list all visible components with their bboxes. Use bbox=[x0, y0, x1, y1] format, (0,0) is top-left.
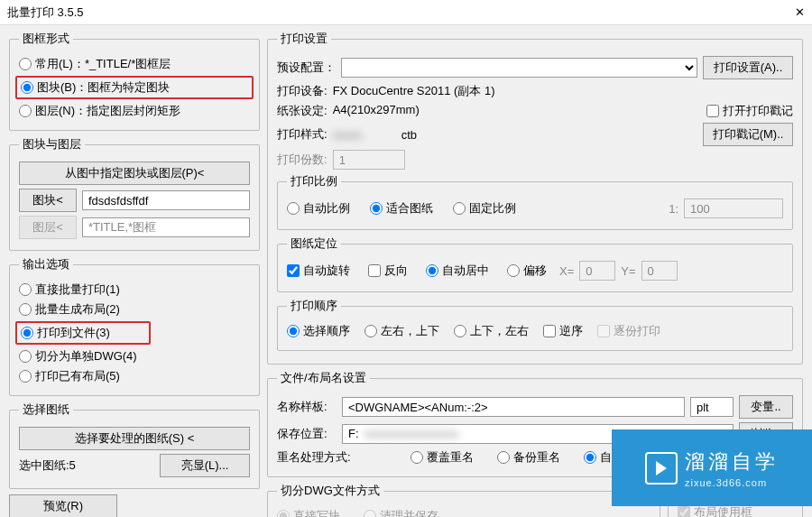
watermark-text: 溜溜自学 bbox=[685, 448, 779, 475]
orient-offset[interactable]: 偏移 bbox=[507, 263, 547, 279]
copies-label: 打印份数: bbox=[277, 152, 328, 168]
orientation-group: 图纸定位 自动旋转 反向 自动居中 偏移 X= Y= bbox=[277, 235, 793, 292]
copies-input bbox=[333, 150, 405, 170]
preset-label: 预设配置： bbox=[277, 60, 336, 76]
rename-backup[interactable]: 备份重名 bbox=[497, 449, 560, 466]
order-percopy: 逐份打印 bbox=[597, 323, 660, 339]
orient-center[interactable]: 自动居中 bbox=[426, 263, 489, 279]
tpl-label: 名称样板: bbox=[277, 399, 337, 415]
highlight-button[interactable]: 亮显(L)... bbox=[160, 454, 250, 477]
tpl-input[interactable] bbox=[342, 397, 685, 417]
variable-button[interactable]: 变量.. bbox=[739, 395, 793, 419]
offset-y-input bbox=[641, 261, 678, 281]
print-settings-group: 打印设置 预设配置： 打印设置(A).. 打印设备: FX DocuCentre… bbox=[267, 31, 803, 365]
stamp-open-checkbox[interactable]: 打开打印戳记 bbox=[706, 103, 793, 119]
opt-print-to-file[interactable]: 打印到文件(3) bbox=[21, 325, 145, 341]
select-sheet-group: 选择图纸 选择要处理的图纸(S) < 选中图纸:5 亮显(L)... bbox=[9, 402, 260, 489]
split-direct: 直接写块 bbox=[277, 508, 340, 517]
watermark-url: zixue.3d66.com bbox=[685, 477, 779, 488]
print-stamp-button[interactable]: 打印戳记(M).. bbox=[703, 123, 793, 146]
paper-value: A4(210x297mm) bbox=[333, 103, 420, 119]
style-label: 打印样式: bbox=[277, 126, 328, 143]
play-icon bbox=[645, 452, 678, 485]
opt-split-dwg[interactable]: 切分为单独DWG(4) bbox=[19, 348, 137, 365]
ratio-value-input bbox=[684, 198, 783, 218]
opt-block[interactable]: 图块(B)：图框为特定图块 bbox=[21, 79, 248, 96]
ratio-fixed[interactable]: 固定比例 bbox=[453, 200, 516, 217]
pick-from-drawing-button[interactable]: 从图中指定图块或图层(P)< bbox=[19, 162, 250, 185]
block-layer-legend: 图块与图层 bbox=[19, 136, 85, 152]
opt-direct-print[interactable]: 直接批量打印(1) bbox=[19, 282, 120, 298]
preset-combo[interactable] bbox=[341, 58, 697, 78]
rename-overwrite[interactable]: 覆盖重名 bbox=[411, 449, 474, 466]
block-layer-group: 图块与图层 从图中指定图块或图层(P)< 图块< 图层< bbox=[9, 136, 260, 251]
orient-reverse[interactable]: 反向 bbox=[368, 263, 408, 279]
order-tb[interactable]: 上下，左右 bbox=[454, 323, 529, 339]
save-label: 保存位置: bbox=[277, 426, 337, 442]
select-sheets-button[interactable]: 选择要处理的图纸(S) < bbox=[19, 427, 250, 450]
order-reverse[interactable]: 逆序 bbox=[543, 323, 583, 339]
block-value-input[interactable] bbox=[82, 190, 250, 210]
output-legend: 输出选项 bbox=[19, 256, 73, 272]
print-settings-button[interactable]: 打印设置(A).. bbox=[703, 56, 793, 79]
split-dwg-group: 切分DWG文件方式 直接写块 清理并保存 bbox=[267, 483, 660, 517]
opt-layer[interactable]: 图层(N)：指定图层封闭矩形 bbox=[19, 103, 180, 119]
style-value: ctb bbox=[401, 128, 417, 142]
split-clean: 清理并保存 bbox=[364, 508, 438, 517]
frame-shape-group: 图框形式 常用(L)：*_TITLE/*图框层 图块(B)：图框为特定图块 图层… bbox=[9, 31, 260, 131]
window-title: 批量打印 3.5.5 bbox=[7, 5, 84, 21]
ext-input[interactable] bbox=[690, 397, 734, 417]
paper-label: 纸张设定: bbox=[277, 103, 328, 119]
preview-button[interactable]: 预览(R) bbox=[9, 494, 117, 517]
print-order-group: 打印顺序 选择顺序 左右，上下 上下，左右 逆序 逐份打印 bbox=[277, 298, 793, 351]
print-ratio-group: 打印比例 自动比例 适合图纸 固定比例 1: bbox=[277, 173, 793, 230]
order-lr[interactable]: 左右，上下 bbox=[364, 323, 439, 339]
close-icon[interactable]: ✕ bbox=[795, 5, 805, 19]
print-settings-legend: 打印设置 bbox=[277, 31, 331, 47]
block-button[interactable]: 图块< bbox=[19, 189, 77, 212]
watermark-overlay: 溜溜自学 zixue.3d66.com bbox=[612, 429, 812, 506]
device-value: FX DocuCentre S2011 (副本 1) bbox=[333, 83, 495, 99]
offset-x-input bbox=[579, 261, 615, 281]
opt-has-layout[interactable]: 打印已有布局(5) bbox=[19, 368, 120, 384]
rename-label: 重名处理方式: bbox=[277, 449, 351, 466]
ratio-auto[interactable]: 自动比例 bbox=[287, 200, 350, 217]
opt-common[interactable]: 常用(L)：*_TITLE/*图框层 bbox=[19, 56, 171, 72]
ratio-fit[interactable]: 适合图纸 bbox=[370, 200, 433, 217]
layer-button: 图层< bbox=[19, 216, 77, 239]
output-group: 输出选项 直接批量打印(1) 批量生成布局(2) 打印到文件(3) 切分为单独D… bbox=[9, 256, 260, 396]
frame-shape-legend: 图框形式 bbox=[19, 31, 73, 47]
layer-value-input bbox=[82, 217, 250, 237]
orient-auto-rotate[interactable]: 自动旋转 bbox=[287, 263, 350, 279]
layout-use-frame: 布局使用框 bbox=[678, 504, 793, 517]
opt-gen-layout[interactable]: 批量生成布局(2) bbox=[19, 301, 120, 318]
select-sheet-legend: 选择图纸 bbox=[19, 402, 73, 418]
selected-count: 选中图纸:5 bbox=[19, 457, 76, 474]
order-select[interactable]: 选择顺序 bbox=[287, 323, 350, 339]
device-label: 打印设备: bbox=[277, 83, 328, 99]
